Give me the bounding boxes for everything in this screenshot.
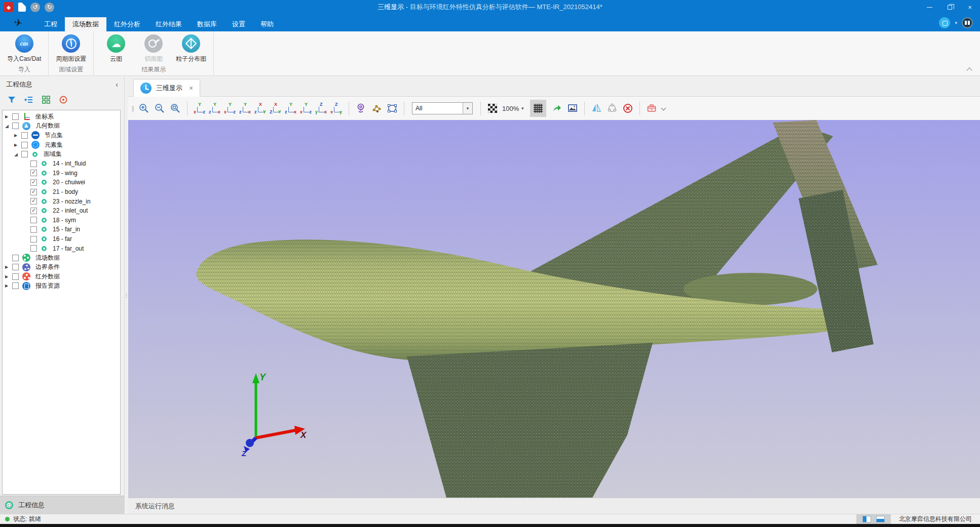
3d-viewport[interactable]: Y X Z [128, 120, 980, 498]
menu-item[interactable]: 流场数据 [65, 17, 106, 31]
tree-item[interactable]: 22 - inlet_out [3, 206, 120, 216]
tree-item[interactable]: 23 - nozzle_in [3, 196, 120, 206]
menu-item[interactable]: 设置 [224, 17, 253, 31]
tree-item[interactable]: 21 - body [3, 187, 120, 197]
tree-checkbox[interactable] [30, 245, 37, 252]
tree-checkbox[interactable] [21, 142, 28, 148]
mesh-display-toggle[interactable] [530, 100, 546, 117]
tree-checkbox[interactable] [12, 264, 19, 270]
tree-checkbox[interactable] [21, 151, 28, 157]
tree-item[interactable]: 报告资源 [3, 281, 120, 291]
tree-checkbox[interactable] [30, 236, 37, 242]
tree-item[interactable]: 16 - far [3, 234, 120, 244]
panel-collapse-icon[interactable]: ‹ [116, 80, 118, 89]
tree-expander-icon[interactable] [5, 283, 12, 288]
restore-button[interactable] [939, 0, 960, 14]
collapse-tree-icon[interactable] [24, 95, 33, 106]
dropdown-arrow-icon[interactable]: ▼ [463, 103, 472, 114]
tree-item[interactable]: 元素集 [3, 140, 120, 150]
package-box-icon[interactable] [645, 101, 659, 116]
tree-item[interactable]: 边界条件 [3, 263, 120, 272]
view-orientation-icon[interactable]: X Z Y [270, 102, 282, 114]
view-orientation-icon[interactable]: X z Y [254, 102, 267, 114]
run-panel-icon[interactable] [939, 17, 950, 28]
opacity-checker-icon[interactable] [485, 101, 500, 116]
tree-expander-icon[interactable] [14, 152, 21, 157]
view-orientation-icon[interactable]: Y x z [224, 102, 236, 114]
tree-expander-icon[interactable] [5, 124, 12, 129]
tree-checkbox[interactable] [30, 189, 37, 195]
tree-item[interactable]: 几何数据 [3, 121, 120, 131]
tree-item[interactable]: 流场数据 [3, 253, 120, 263]
ring-nodes-icon[interactable] [605, 101, 619, 116]
panel-footer-tab[interactable]: 工程信息 [0, 496, 124, 514]
layout-split-horizontal-icon[interactable] [876, 516, 885, 522]
tree-checkbox[interactable] [21, 132, 28, 139]
menu-item[interactable]: 数据库 [190, 17, 224, 31]
tree-item[interactable]: 20 - chuiwei [3, 178, 120, 187]
particles-display-icon[interactable] [369, 101, 384, 116]
ribbon-collapse-chevron-icon[interactable] [967, 67, 972, 71]
tree-checkbox[interactable] [30, 160, 37, 167]
delete-icon[interactable] [621, 101, 635, 116]
ribbon-button[interactable]: 粒子分布图 [173, 34, 209, 64]
opacity-level-dropdown[interactable]: 100%▼ [502, 105, 524, 112]
minimize-button[interactable] [919, 0, 939, 14]
layout-split-vertical-icon[interactable] [862, 516, 871, 522]
view-orientation-icon[interactable]: Y x z [300, 102, 312, 114]
ribbon-button[interactable]: 切面图 [135, 34, 172, 64]
tree-checkbox[interactable] [12, 123, 19, 129]
tree-item[interactable]: 红外数据 [3, 272, 120, 281]
app-menu-button[interactable]: ◆ [4, 2, 14, 12]
menu-item[interactable]: 工程 [36, 17, 65, 31]
box-select-icon[interactable] [385, 101, 399, 116]
view-orientation-icon[interactable]: Z x y [330, 102, 343, 114]
menu-item[interactable]: 帮助 [253, 17, 281, 31]
tree-item[interactable]: 坐标系 [3, 112, 120, 121]
tree-checkbox[interactable] [12, 255, 19, 261]
view-orientation-icon[interactable]: Z y x [315, 102, 327, 114]
run-dropdown-caret-icon[interactable]: ▾ [955, 20, 957, 25]
tab-3d-view[interactable]: 三维显示 × [133, 79, 200, 97]
tree-checkbox[interactable] [30, 208, 37, 214]
zoom-out-icon[interactable] [153, 101, 167, 116]
menu-item[interactable]: 红外分析 [106, 17, 148, 31]
tree-expander-icon[interactable] [14, 133, 21, 138]
export-share-icon[interactable] [550, 101, 564, 116]
more-options-chevron-icon[interactable] [661, 106, 666, 111]
tree-checkbox[interactable] [12, 282, 19, 289]
ribbon-button[interactable]: 周期面设置 [53, 34, 89, 64]
tree-checkbox[interactable] [30, 179, 37, 186]
tree-expander-icon[interactable] [5, 274, 12, 279]
view-orientation-icon[interactable]: Y z x [285, 102, 297, 114]
toolbar-grip[interactable]: ∥ [131, 105, 133, 112]
surface-filter-dropdown[interactable]: All ▼ [412, 102, 473, 114]
tree-item[interactable]: 面域集 [3, 149, 120, 159]
tree-checkbox[interactable] [12, 273, 19, 280]
redo-icon[interactable]: ↻ [45, 3, 54, 12]
view-orientation-icon[interactable]: Y x z [194, 102, 206, 114]
tree-expander-icon[interactable] [14, 143, 21, 147]
tree-item[interactable]: 15 - far_in [3, 225, 120, 234]
tree-checkbox[interactable] [30, 170, 37, 176]
tree-checkbox[interactable] [12, 113, 19, 120]
new-document-icon[interactable] [18, 3, 26, 12]
ribbon-button[interactable]: 云图 [98, 34, 134, 64]
tree-checkbox[interactable] [30, 198, 37, 205]
menu-item[interactable]: 红外结果 [148, 17, 190, 31]
tree-checkbox[interactable] [30, 226, 37, 233]
mirror-icon[interactable] [589, 101, 604, 116]
locate-target-icon[interactable] [59, 95, 68, 106]
tree-item[interactable]: 节点集 [3, 131, 120, 140]
camera-view-icon[interactable] [354, 101, 368, 116]
undo-icon[interactable]: ↺ [30, 3, 40, 12]
tab-close-icon[interactable]: × [189, 84, 193, 92]
zoom-fit-icon[interactable] [168, 101, 182, 116]
zoom-in-icon[interactable] [137, 101, 151, 116]
tree-item[interactable]: 17 - far_out [3, 244, 120, 253]
tree-expander-icon[interactable] [5, 114, 12, 119]
tree-item[interactable]: 14 - int_fluid [3, 159, 120, 169]
panel-splitter[interactable]: ⋮ [124, 76, 128, 514]
ribbon-button[interactable]: 导入Cas/Dat [4, 34, 44, 64]
filter-icon[interactable] [7, 95, 16, 106]
